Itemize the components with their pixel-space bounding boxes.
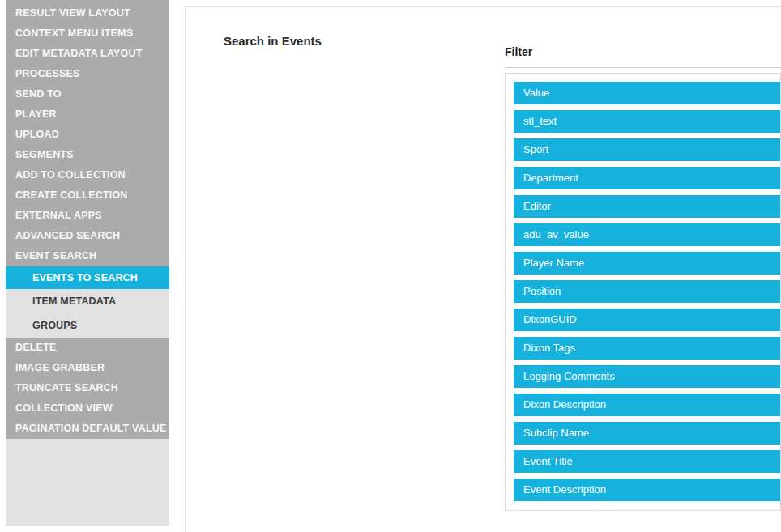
sidebar-menu-item[interactable]: PLAYER [6, 104, 169, 125]
filter-field-button[interactable]: Editor [514, 195, 780, 218]
sidebar-menu-item[interactable]: EDIT METADATA LAYOUT [6, 44, 169, 64]
sidebar-menu-top: RESULT VIEW LAYOUT CONTEXT MENU ITEMS ED… [6, 0, 169, 266]
filter-field-button[interactable]: Department [514, 167, 780, 189]
filter-field-button[interactable]: stl_text [514, 110, 780, 133]
sidebar-menu-item[interactable]: UPLOAD [6, 125, 169, 145]
sidebar-item-events-to-search[interactable]: EVENTS TO SEARCH [6, 266, 169, 289]
sidebar-menu-bottom: DELETE IMAGE GRABBER TRUNCATE SEARCH COL… [6, 338, 169, 439]
filter-input[interactable] [505, 59, 781, 68]
sidebar-menu-item[interactable]: EVENT SEARCH [6, 246, 169, 266]
filter-field-list: Value stl_text Sport Department Editor a… [505, 73, 781, 511]
filter-field-button[interactable]: DixonGUID [514, 309, 780, 331]
settings-panel: Search in Events Filter Value stl_text S… [185, 6, 781, 532]
sidebar-menu-item[interactable]: EXTERNAL APPS [6, 206, 169, 226]
sidebar-menu-item[interactable]: CREATE COLLECTION [6, 185, 169, 206]
sidebar-menu-item[interactable]: COLLECTION VIEW [6, 398, 169, 419]
filter-field-button[interactable]: Dixon Tags [514, 337, 780, 360]
sidebar-menu-item[interactable]: SEND TO [6, 84, 169, 104]
filter-field-button[interactable]: adu_av_value [514, 223, 780, 246]
sidebar-submenu-item[interactable]: GROUPS [6, 313, 169, 338]
sidebar-menu-item[interactable]: IMAGE GRABBER [6, 358, 169, 378]
filter-field-button[interactable]: Value [514, 82, 780, 104]
page-title: Search in Events [224, 34, 322, 48]
sidebar-menu-item[interactable]: CONTEXT MENU ITEMS [6, 23, 169, 44]
sidebar-submenu: ITEM METADATA GROUPS [6, 289, 169, 338]
filter-field-button[interactable]: Logging Comments [514, 365, 780, 388]
sidebar-menu-item[interactable]: RESULT VIEW LAYOUT [6, 3, 169, 23]
filter-field-button[interactable]: Player Name [514, 252, 780, 275]
sidebar-menu-item[interactable]: DELETE [6, 338, 169, 358]
filter-label: Filter [505, 45, 781, 59]
sidebar-menu-item[interactable]: TRUNCATE SEARCH [6, 378, 169, 398]
filter-section: Filter Value stl_text Sport Department E… [505, 45, 781, 511]
filter-field-button[interactable]: Event Title [514, 450, 780, 473]
sidebar-submenu-item[interactable]: ITEM METADATA [6, 289, 169, 313]
sidebar-menu-item[interactable]: PAGINATION DEFAULT VALUE [6, 419, 169, 439]
sidebar-menu-item[interactable]: ADD TO COLLECTION [6, 165, 169, 185]
filter-field-button[interactable]: Position [514, 280, 780, 303]
filter-field-button[interactable]: Event Description [514, 479, 780, 501]
sidebar-menu-item[interactable]: PROCESSES [6, 64, 169, 84]
filter-field-button[interactable]: Subclip Name [514, 422, 780, 445]
settings-sidebar: RESULT VIEW LAYOUT CONTEXT MENU ITEMS ED… [6, 0, 169, 526]
sidebar-menu-item[interactable]: ADVANCED SEARCH [6, 226, 169, 246]
filter-field-button[interactable]: Dixon Description [514, 394, 780, 416]
filter-field-button[interactable]: Sport [514, 138, 780, 161]
sidebar-menu-item[interactable]: SEGMENTS [6, 145, 169, 165]
